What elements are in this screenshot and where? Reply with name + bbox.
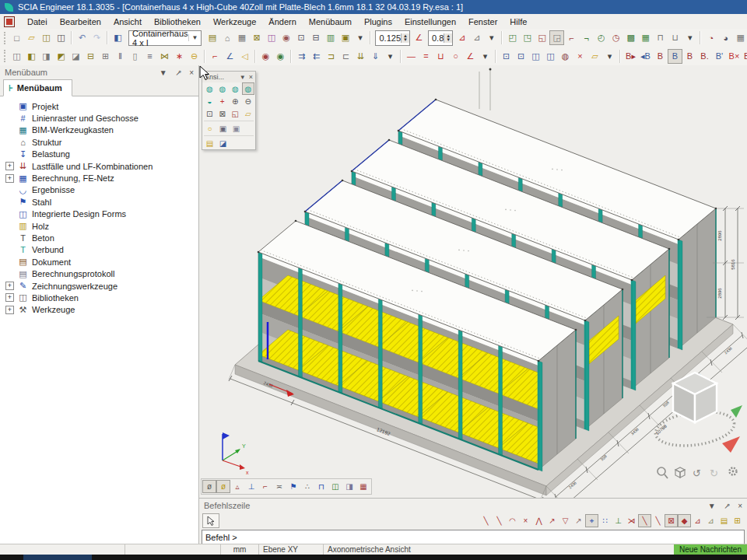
select-mode-icon[interactable]: ø — [202, 480, 216, 493]
star-tool-icon[interactable]: ∗ — [172, 49, 187, 64]
frame-tool-icon[interactable]: ▩ — [623, 30, 638, 45]
pointer-tool-button[interactable] — [202, 513, 219, 528]
frame-tool-icon[interactable]: ¬ — [579, 30, 594, 45]
frame-tool-icon[interactable]: ◰ — [505, 30, 520, 45]
tree-item-stahl[interactable]: ⚑Stahl — [5, 196, 197, 208]
draw-line-icon[interactable]: — — [404, 49, 419, 64]
more-arrow-icon[interactable]: ▾ — [478, 49, 493, 64]
container-tool-icon[interactable]: ‖ — [113, 49, 128, 64]
snap-table-icon[interactable]: ⊞ — [731, 514, 744, 527]
marker-icon[interactable]: ◁ — [237, 49, 252, 64]
tree-item-bim-werkzeugkasten[interactable]: ▦BIM-Werkzeugkasten — [5, 124, 197, 136]
draw-angle-icon[interactable]: ∠ — [463, 49, 478, 64]
down-icon[interactable]: ⇓ — [368, 49, 383, 64]
database-icon[interactable]: ▣ — [338, 30, 352, 45]
scale-stepper[interactable]: 0.8 ▲▼ — [428, 30, 453, 46]
status-units[interactable]: mm — [221, 544, 259, 555]
container-tool-icon[interactable]: ≡ — [142, 49, 157, 64]
snap-box-icon[interactable]: ⊠ — [665, 514, 678, 527]
zoom-selection-icon[interactable]: ◱ — [229, 107, 242, 120]
frame-icon[interactable]: ⊓ — [314, 480, 328, 493]
select-mode-icon[interactable]: ø — [216, 480, 230, 493]
flag-icon[interactable]: ⚑ — [286, 480, 300, 493]
view-toolbar-dropdown-icon[interactable]: ▼ — [240, 74, 246, 81]
mesh-icon[interactable]: ▦ — [234, 30, 249, 45]
status-plane[interactable]: Ebene XY — [259, 544, 324, 555]
tree-item-lastfaelle[interactable]: +⇊Lastfälle und LF-Kombinationen — [5, 160, 197, 172]
stepper-arrows-icon[interactable]: ▲▼ — [401, 33, 409, 43]
view-settings-gear-icon[interactable] — [730, 468, 737, 475]
save-icon[interactable]: ◫ — [54, 30, 68, 45]
tree-item-struktur[interactable]: ⌂Struktur — [5, 136, 197, 148]
snap-doc-icon[interactable]: ▤ — [717, 514, 731, 527]
blob-icon[interactable]: ◍ — [558, 49, 573, 64]
tree-item-ergebnisse[interactable]: ◡Ergebnisse — [5, 184, 197, 196]
check-structure-icon[interactable]: ◉ — [279, 30, 293, 45]
snap-mid-icon[interactable]: ◆ — [678, 514, 691, 527]
tree-item-design-forms[interactable]: ◫Integrierte Design Forms — [5, 208, 197, 220]
light-icon[interactable]: ○ — [203, 122, 216, 135]
viewport[interactable]: 2896 2896 5816 12192 2438 2436 998 3436 … — [199, 65, 747, 498]
image-icon[interactable]: ▣ — [230, 122, 243, 135]
bring-front-icon[interactable]: ⊐ — [324, 49, 338, 64]
beam-tool-icon[interactable]: B. — [697, 49, 712, 64]
container-tool-icon[interactable]: ⊞ — [98, 49, 113, 64]
level-icon[interactable]: ≍ — [272, 480, 286, 493]
undo-icon[interactable]: ↶ — [75, 30, 89, 45]
menu-werkzeuge[interactable]: Werkzeuge — [207, 16, 262, 27]
tree-item-holz[interactable]: ▥Holz — [5, 220, 197, 232]
more-arrow-icon[interactable]: ▾ — [682, 30, 697, 45]
rotate-right-icon[interactable]: ↻ — [710, 467, 718, 479]
copy-model-icon[interactable]: ◫ — [264, 30, 279, 45]
geometry-icon[interactable]: ⌂ — [219, 30, 234, 45]
beam-tool-icon[interactable]: B× — [727, 49, 742, 64]
delete-icon[interactable]: × — [573, 49, 587, 64]
clipboard-icon[interactable]: ▤ — [203, 137, 216, 149]
preview-icon[interactable]: ⊟ — [308, 30, 323, 45]
open-view-icon[interactable]: ▱ — [242, 107, 255, 120]
container-tool-icon[interactable]: ◫ — [9, 49, 24, 64]
paste-icon[interactable]: ⊡ — [514, 49, 528, 64]
expand-toggle-icon[interactable]: + — [5, 162, 14, 170]
container-tool-icon[interactable]: ◨ — [39, 49, 54, 64]
panel-icon[interactable]: ◫ — [328, 480, 342, 493]
zoom-out-icon[interactable]: ⊖ — [242, 95, 255, 107]
container-tool-icon[interactable]: ◩ — [54, 49, 68, 64]
combo-dropdown-icon[interactable]: ▼ — [188, 34, 198, 41]
menu-ansicht[interactable]: Ansicht — [107, 16, 148, 27]
dots-icon[interactable]: ∴ — [300, 480, 314, 493]
axes-icon[interactable]: + — [216, 95, 230, 107]
save-all-icon[interactable]: ◫ — [39, 30, 54, 45]
workspace-icon[interactable]: ◧ — [110, 30, 125, 45]
expand-toggle-icon[interactable]: + — [5, 282, 14, 290]
menu-fenster[interactable]: Fenster — [462, 16, 503, 27]
scale-icon[interactable]: ⊿ — [454, 30, 469, 45]
beam-tool-icon[interactable]: B — [668, 49, 682, 64]
panel-close-icon[interactable]: × — [189, 68, 194, 77]
beam-tool-icon[interactable]: B — [682, 49, 697, 64]
panel-pin-icon[interactable]: ⊸ — [721, 500, 732, 511]
snap-target-icon[interactable]: ⌖ — [585, 514, 598, 527]
mirror-icon[interactable]: ◫ — [543, 49, 558, 64]
image-icon[interactable]: ▣ — [216, 122, 230, 135]
expand-toggle-icon[interactable]: + — [5, 293, 14, 302]
half-panel-icon[interactable]: ◨ — [342, 480, 356, 493]
angle-icon[interactable]: ∠ — [412, 30, 426, 45]
panel-pin-icon[interactable]: ⊸ — [173, 67, 184, 78]
view-control-icons[interactable]: ↺ ↻ — [658, 467, 737, 479]
more-arrow-icon[interactable]: ▾ — [383, 49, 398, 64]
menu-einstellungen[interactable]: Einstellungen — [398, 16, 462, 27]
zoom-in-icon[interactable]: ⊕ — [229, 95, 242, 107]
redo-icon[interactable]: ↷ — [89, 30, 104, 45]
tree-item-belastung[interactable]: ↧Belastung — [5, 149, 197, 160]
grid-red-icon[interactable]: ▦ — [356, 480, 370, 493]
menu-plugins[interactable]: Plugins — [358, 16, 398, 27]
snap-line-icon[interactable]: ╲ — [479, 514, 493, 527]
menu-bearbeiten[interactable]: Bearbeiten — [54, 16, 107, 27]
menu-menuebaum[interactable]: Menübaum — [303, 16, 358, 27]
tree-item-berechnung[interactable]: +▦Berechnung, FE-Netz — [5, 172, 197, 184]
copy-icon[interactable]: ⊡ — [499, 49, 514, 64]
beam-tool-icon[interactable]: B — [653, 49, 668, 64]
grid-icon[interactable]: ▦ — [733, 30, 747, 45]
active-model-combobox[interactable]: Containerhaus 4 x I ▼ — [128, 30, 202, 46]
